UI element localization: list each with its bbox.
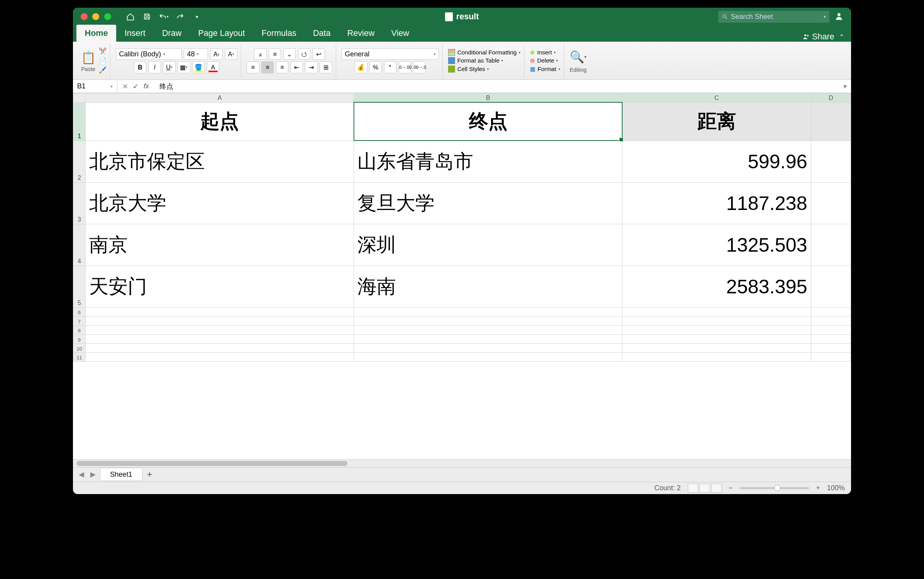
cell-a2[interactable]: 北京市保定区 — [85, 141, 354, 182]
align-middle-icon[interactable]: ≡ — [269, 48, 281, 60]
percent-format-icon[interactable]: % — [369, 61, 382, 73]
cell-b1[interactable]: 终点 — [354, 102, 622, 141]
row-header-9[interactable]: 9 — [73, 334, 86, 343]
font-color-button[interactable]: A — [207, 61, 219, 73]
increase-font-icon[interactable]: A▴ — [210, 48, 223, 60]
cell-d7[interactable] — [811, 317, 851, 325]
cell-a6[interactable] — [85, 307, 354, 316]
cell-d6[interactable] — [811, 307, 851, 316]
zoom-out-button[interactable]: − — [729, 484, 733, 492]
home-icon[interactable] — [125, 12, 135, 22]
cell-a3[interactable]: 北京大学 — [85, 182, 354, 224]
cell-c10[interactable] — [622, 344, 811, 352]
cell-b7[interactable] — [354, 317, 622, 325]
cell-b6[interactable] — [354, 307, 622, 316]
row-header-2[interactable]: 2 — [73, 141, 86, 182]
zoom-in-button[interactable]: + — [816, 484, 820, 492]
cell-d4[interactable] — [811, 224, 851, 266]
fill-color-button[interactable]: 🪣 — [192, 61, 205, 73]
expand-formula-bar-icon[interactable]: ▾ — [843, 82, 851, 91]
decrease-indent-icon[interactable]: ⇤ — [291, 61, 303, 73]
font-family-select[interactable]: Calibri (Body)▾ — [116, 48, 182, 60]
italic-button[interactable]: I — [149, 61, 161, 73]
cell-c5[interactable]: 2583.395 — [622, 266, 811, 307]
cell-b8[interactable] — [354, 325, 622, 334]
cell-c3[interactable]: 1187.238 — [622, 182, 811, 224]
copy-icon[interactable]: 📄 — [99, 57, 107, 64]
qat-customize-icon[interactable]: ▾ — [192, 12, 202, 22]
enter-formula-icon[interactable]: ✓ — [133, 82, 139, 91]
collapse-ribbon-icon[interactable]: ⌃ — [839, 33, 844, 41]
save-icon[interactable] — [142, 12, 152, 22]
close-window-button[interactable] — [81, 13, 88, 20]
next-sheet-icon[interactable]: ▶ — [88, 470, 98, 479]
page-layout-view-button[interactable] — [699, 484, 710, 493]
prev-sheet-icon[interactable]: ◀ — [76, 470, 86, 479]
tab-review[interactable]: Review — [339, 25, 383, 42]
cell-a9[interactable] — [85, 334, 354, 343]
cell-c11[interactable] — [622, 352, 811, 361]
minimize-window-button[interactable] — [92, 13, 99, 20]
wrap-text-icon[interactable]: ↩ — [312, 48, 325, 60]
zoom-level[interactable]: 100% — [827, 484, 845, 492]
orientation-icon[interactable]: ⭯ — [298, 48, 310, 60]
sheet-tab-sheet1[interactable]: Sheet1 — [100, 468, 142, 481]
row-header-4[interactable]: 4 — [73, 224, 86, 266]
border-button[interactable]: ▦▾ — [178, 61, 190, 73]
search-input[interactable]: Search Sheet ▾ — [718, 11, 829, 23]
merge-cells-icon[interactable]: ⊞ — [320, 61, 332, 73]
column-header-d[interactable]: D — [811, 93, 851, 102]
tab-draw[interactable]: Draw — [154, 25, 190, 42]
format-as-table-button[interactable]: Format as Table▾ — [448, 57, 521, 64]
tab-home[interactable]: Home — [76, 25, 116, 42]
undo-icon[interactable]: ▾ — [158, 12, 169, 22]
align-bottom-icon[interactable]: ⌄ — [283, 48, 296, 60]
cell-b10[interactable] — [354, 344, 622, 352]
row-header-6[interactable]: 6 — [73, 307, 86, 316]
cell-b4[interactable]: 深圳 — [354, 224, 622, 266]
cell-b9[interactable] — [354, 334, 622, 343]
row-header-3[interactable]: 3 — [73, 182, 86, 224]
row-header-10[interactable]: 10 — [73, 344, 86, 352]
page-break-view-button[interactable] — [711, 484, 722, 493]
paste-button[interactable]: 📋 — [80, 49, 96, 66]
formula-input[interactable]: 终点 — [157, 82, 173, 91]
cell-d9[interactable] — [811, 334, 851, 343]
tab-view[interactable]: View — [383, 25, 418, 42]
horizontal-scrollbar[interactable] — [73, 459, 851, 467]
cell-b2[interactable]: 山东省青岛市 — [354, 141, 622, 182]
underline-button[interactable]: U▾ — [163, 61, 175, 73]
cell-styles-button[interactable]: Cell Styles▾ — [448, 66, 521, 73]
comma-format-icon[interactable]: ❜ — [384, 61, 396, 73]
conditional-formatting-button[interactable]: Conditional Formatting▾ — [448, 49, 521, 56]
tab-insert[interactable]: Insert — [116, 25, 154, 42]
row-header-11[interactable]: 11 — [73, 352, 86, 361]
row-header-7[interactable]: 7 — [73, 317, 86, 325]
column-header-a[interactable]: A — [85, 93, 354, 102]
cell-c9[interactable] — [622, 334, 811, 343]
maximize-window-button[interactable] — [104, 13, 111, 20]
cell-d2[interactable] — [811, 141, 851, 182]
cell-c1[interactable]: 距离 — [622, 102, 811, 141]
column-header-c[interactable]: C — [622, 93, 811, 102]
align-right-icon[interactable]: ≡ — [276, 61, 288, 73]
insert-cells-button[interactable]: ⊕Insert▾ — [530, 49, 560, 56]
number-format-select[interactable]: General▾ — [342, 48, 439, 60]
cut-icon[interactable]: ✂️ — [99, 47, 107, 55]
decrease-font-icon[interactable]: A▾ — [225, 48, 237, 60]
tab-page-layout[interactable]: Page Layout — [190, 25, 253, 42]
cell-c6[interactable] — [622, 307, 811, 316]
cell-a4[interactable]: 南京 — [85, 224, 354, 266]
cancel-formula-icon[interactable]: ✕ — [122, 82, 128, 91]
cell-d11[interactable] — [811, 352, 851, 361]
column-header-b[interactable]: B — [354, 93, 622, 102]
align-top-icon[interactable]: ⌅ — [254, 48, 266, 60]
add-sheet-button[interactable]: + — [144, 469, 155, 480]
align-left-icon[interactable]: ≡ — [247, 61, 259, 73]
cell-b3[interactable]: 复旦大学 — [354, 182, 622, 224]
row-header-8[interactable]: 8 — [73, 325, 86, 334]
cell-a11[interactable] — [85, 352, 354, 361]
increase-decimal-icon[interactable]: .0→.00 — [399, 61, 411, 73]
cell-c8[interactable] — [622, 325, 811, 334]
user-account-icon[interactable] — [834, 12, 845, 22]
